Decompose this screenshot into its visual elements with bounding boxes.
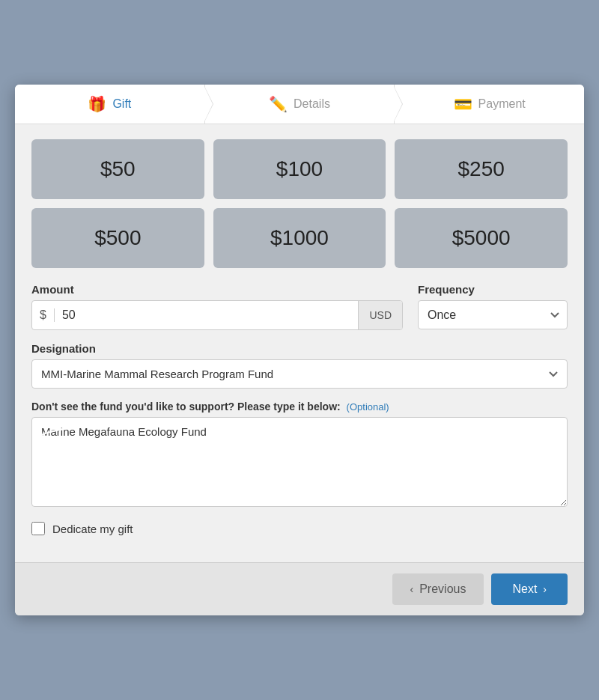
dedicate-group: Dedicate my gift [31, 522, 568, 535]
designation-label: Designation [31, 342, 568, 355]
amount-500-button[interactable]: $500 [31, 208, 204, 268]
dedicate-label: Dedicate my gift [52, 523, 133, 535]
amount-input-wrapper: $ USD [31, 300, 403, 330]
amount-label: Amount [31, 283, 403, 296]
frequency-label: Frequency [418, 283, 568, 296]
optional-textarea[interactable]: Marine Megafauna Ecology Fund [31, 417, 568, 507]
dollar-sign: $ [32, 308, 55, 322]
amount-grid: $50 $100 $250 $500 $1000 $5000 [31, 139, 568, 268]
textarea-wrapper: Marine Megafauna Ecology Fund [31, 417, 568, 510]
optional-label: Don't see the fund you'd like to support… [31, 401, 568, 413]
tab-gift[interactable]: 🎁 Gift [15, 85, 205, 124]
designation-select-wrapper: MMI-Marine Mammal Research Program Fund … [31, 359, 568, 389]
creditcard-icon: 💳 [454, 95, 472, 113]
tab-payment[interactable]: 💳 Payment [395, 85, 584, 124]
amount-250-button[interactable]: $250 [395, 139, 568, 199]
tab-details[interactable]: ✏️ Details [205, 85, 395, 124]
frequency-group: Frequency Once Monthly Quarterly Annuall… [418, 283, 568, 330]
designation-select[interactable]: MMI-Marine Mammal Research Program Fund … [31, 359, 568, 389]
currency-badge: USD [358, 301, 402, 329]
next-button[interactable]: Next › [491, 573, 568, 605]
optional-group: Don't see the fund you'd like to support… [31, 401, 568, 510]
amount-1000-button[interactable]: $1000 [213, 208, 386, 268]
previous-button[interactable]: ‹ Previous [392, 573, 484, 605]
donation-modal: 🎁 Gift ✏️ Details 💳 Payment $50 $100 $25… [15, 85, 584, 615]
tab-details-label: Details [294, 97, 330, 111]
designation-group: Designation MMI-Marine Mammal Research P… [31, 342, 568, 389]
pencil-icon: ✏️ [269, 95, 288, 113]
dedicate-checkbox[interactable] [31, 522, 45, 535]
chevron-right-icon: › [543, 583, 547, 595]
amount-50-button[interactable]: $50 [31, 139, 204, 199]
gift-icon: 🎁 [88, 95, 106, 113]
amount-5000-button[interactable]: $5000 [395, 208, 568, 268]
tab-gift-label: Gift [112, 97, 131, 111]
amount-group: Amount $ USD [31, 283, 403, 330]
tab-bar: 🎁 Gift ✏️ Details 💳 Payment [15, 85, 584, 124]
chevron-left-icon: ‹ [410, 583, 414, 595]
optional-tag: (Optional) [347, 401, 389, 413]
amount-input[interactable] [55, 301, 359, 329]
frequency-select[interactable]: Once Monthly Quarterly Annually [418, 300, 568, 329]
amount-frequency-row: Amount $ USD Frequency Once Monthly Quar… [31, 283, 568, 330]
amount-100-button[interactable]: $100 [213, 139, 386, 199]
tab-payment-label: Payment [478, 97, 526, 111]
footer: ‹ Previous Next › [15, 562, 584, 615]
content-area: $50 $100 $250 $500 $1000 $5000 Amount $ … [15, 124, 584, 562]
